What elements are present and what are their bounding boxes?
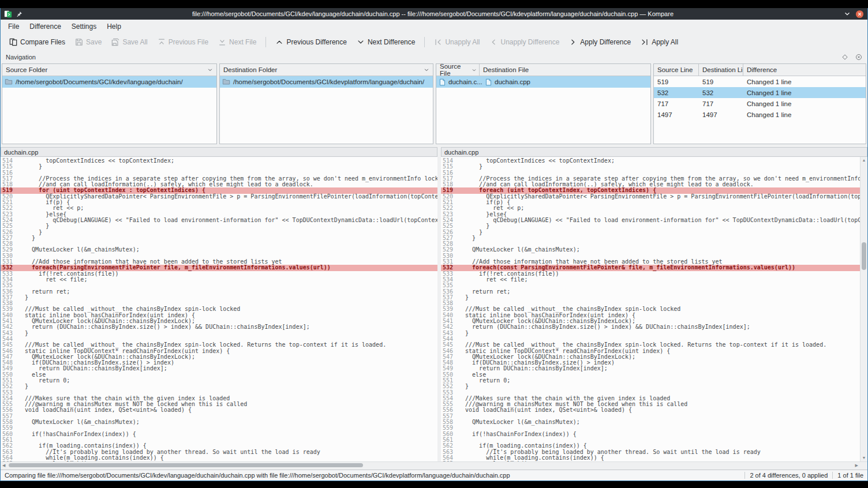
code-line-549: 549 return DUChain::chainsByIndex[index]… — [441, 366, 860, 371]
code-line-560: 560 if(!hasChainForIndex(index)) { — [441, 431, 860, 437]
code-line-551: 551 return 0; — [441, 378, 860, 384]
save-all-button[interactable]: Save All — [107, 36, 151, 48]
save-icon — [75, 38, 83, 46]
destination-line-value: 519 — [699, 78, 743, 85]
unapply-all-icon — [434, 38, 442, 46]
code-line-535: 535 — [441, 283, 860, 288]
diff-view: 514 topContextIndices << topContextIndex… — [1, 157, 867, 461]
scroll-up-arrow-icon[interactable]: ▲ — [860, 157, 867, 163]
code-line-562: 562 if(m_loading.contains(index)) { — [1, 443, 437, 449]
destination-folder-item[interactable]: /home/sergobot/Documents/GCI/kdevplatfor… — [220, 76, 433, 88]
chevron-down-icon — [207, 67, 213, 73]
previous-file-icon — [158, 38, 166, 46]
scroll-right-arrow-icon[interactable]: ▶ — [855, 462, 858, 468]
next-file-button[interactable]: Next File — [214, 36, 260, 48]
difference-row-1497[interactable]: 14971497Changed 1 line — [654, 109, 866, 120]
float-dock-icon[interactable] — [841, 54, 848, 61]
previous-difference-button[interactable]: Previous Difference — [271, 36, 351, 48]
close-button[interactable] — [855, 10, 864, 18]
unapply-difference-icon — [489, 38, 497, 46]
difference-row-717[interactable]: 717717Changed 1 line — [654, 98, 866, 109]
menu-file[interactable]: File — [3, 20, 24, 33]
left-pane-title: duchain.cpp — [1, 147, 437, 157]
line-text: QMutexLocker l(&m_chainsMutex); — [458, 419, 580, 425]
scroll-left-arrow-icon[interactable]: ◀ — [2, 462, 5, 468]
close-dock-icon[interactable] — [855, 54, 862, 61]
destination-folder-header-label: Destination Folder — [223, 66, 277, 73]
kompare-app-icon[interactable] — [4, 10, 12, 18]
source-file-combobox[interactable]: Source File — [436, 64, 480, 76]
horizontal-scrollbar[interactable]: ◀ ▶ — [1, 461, 867, 468]
code-line-543: 543 } — [441, 331, 860, 336]
line-text: } — [18, 331, 28, 336]
code-line-556: 556 void loadChain(uint index, QSet<uint… — [441, 407, 860, 413]
destination-code-pane[interactable]: 514 topContextIndices << topContextIndex… — [441, 157, 860, 461]
line-text: ret << file; — [18, 277, 87, 283]
source-folder-path: /home/sergobot/Documents/GCI/kdev/langua… — [16, 78, 183, 85]
code-line-514: 514 topContextIndices << topContextIndex… — [1, 158, 437, 164]
menu-help[interactable]: Help — [102, 20, 126, 33]
line-text: } — [18, 295, 28, 301]
kompare-window: file:///home/sergobot/Documents/GCI/kdev… — [0, 8, 868, 481]
difference-text: Changed 1 line — [743, 89, 866, 96]
source-folder-panel: Source Folder /home/sergobot/Documents/G… — [2, 63, 217, 144]
unapply-difference-button[interactable]: Unapply Difference — [485, 36, 563, 48]
differences-list-panel: Source Line Destination Line Difference … — [653, 63, 866, 144]
vertical-scrollbar-thumb[interactable] — [862, 242, 866, 270]
line-text: QMutexLocker l(&m_chainsMutex); — [18, 247, 140, 253]
scroll-down-arrow-icon[interactable]: ▼ — [860, 455, 867, 461]
source-line-value: 519 — [654, 78, 699, 85]
next-difference-button[interactable]: Next Difference — [353, 36, 419, 48]
source-code-pane[interactable]: 514 topContextIndices << topContextIndex… — [1, 157, 437, 461]
destination-folder-combobox[interactable]: Destination Folder — [220, 64, 433, 76]
file-pair-item[interactable]: duchain.c... duchain.cpp — [436, 76, 650, 88]
apply-all-button[interactable]: Apply All — [637, 36, 682, 48]
diff-pane-titles: duchain.cpp duchain.cpp — [1, 147, 867, 157]
line-text: } — [458, 235, 476, 241]
line-text: ///Must be called _without_ the chainsBy… — [458, 342, 826, 348]
difference-row-532[interactable]: 532532Changed 1 line — [654, 87, 866, 98]
source-folder-combobox[interactable]: Source Folder — [2, 64, 216, 76]
toolbar: Compare FilesSaveSave AllPrevious FileNe… — [1, 33, 867, 51]
line-text: QExplicitlySharedDataPointer< ParsingEnv… — [18, 194, 437, 200]
line-text: if(m_loading.contains(index)) { — [458, 443, 587, 449]
difference-text: Changed 1 line — [743, 78, 866, 85]
folder-icon — [5, 78, 13, 86]
code-line-529: 529 QMutexLocker l(&m_chainsMutex); — [1, 247, 437, 253]
apply-difference-button[interactable]: Apply Difference — [565, 36, 635, 48]
line-text: void loadChain(uint index, QSet<uint>& l… — [18, 407, 192, 413]
previous-file-button[interactable]: Previous File — [154, 36, 212, 48]
line-text: } — [458, 295, 469, 301]
menu-difference[interactable]: Difference — [24, 20, 66, 33]
source-line-column-header[interactable]: Source Line — [654, 64, 699, 76]
compare-files-button[interactable]: Compare Files — [5, 36, 69, 48]
menubar: FileDifferenceSettingsHelp — [1, 20, 867, 33]
vertical-scrollbar[interactable]: ▲ ▼ — [860, 157, 867, 461]
chevron-down-icon — [424, 67, 429, 73]
code-line-534: 534 ret << file; — [1, 277, 437, 283]
menu-settings[interactable]: Settings — [66, 20, 102, 33]
destination-line-column-header[interactable]: Destination Line — [699, 64, 743, 76]
code-line-524: 524 qCDebug(LANGUAGE) << "Failed to load… — [1, 217, 437, 223]
next-file-button-label: Next File — [229, 38, 256, 46]
code-line-542: 542 return (DUChain::chainsByIndex.size(… — [441, 324, 860, 330]
unapply-all-button-label: Unapply All — [445, 38, 480, 46]
next-difference-button-label: Next Difference — [368, 38, 415, 46]
unapply-all-button[interactable]: Unapply All — [430, 36, 484, 48]
source-file-name: duchain.c... — [448, 78, 482, 85]
difference-column-header[interactable]: Difference — [743, 64, 866, 76]
source-folder-header-label: Source Folder — [6, 66, 47, 73]
difference-row-519[interactable]: 519519Changed 1 line — [654, 76, 866, 87]
horizontal-scrollbar-thumb[interactable] — [9, 463, 363, 467]
next-difference-icon — [357, 38, 365, 46]
line-text: } — [18, 384, 28, 389]
code-line-535: 535 — [1, 283, 437, 288]
save-button[interactable]: Save — [71, 36, 106, 48]
code-line-524: 524 qCDebug(LANGUAGE) << "Failed to load… — [441, 217, 860, 223]
code-line-558: 558 QMutexLocker l(&m_chainsMutex); — [1, 419, 437, 425]
source-folder-item[interactable]: /home/sergobot/Documents/GCI/kdev/langua… — [2, 76, 216, 88]
minimize-icon[interactable] — [843, 10, 851, 18]
unapply-difference-button-label: Unapply Difference — [500, 38, 559, 46]
code-line-536: 536 return ret; — [1, 289, 437, 295]
titlebar[interactable]: file:///home/sergobot/Documents/GCI/kdev… — [1, 8, 867, 20]
